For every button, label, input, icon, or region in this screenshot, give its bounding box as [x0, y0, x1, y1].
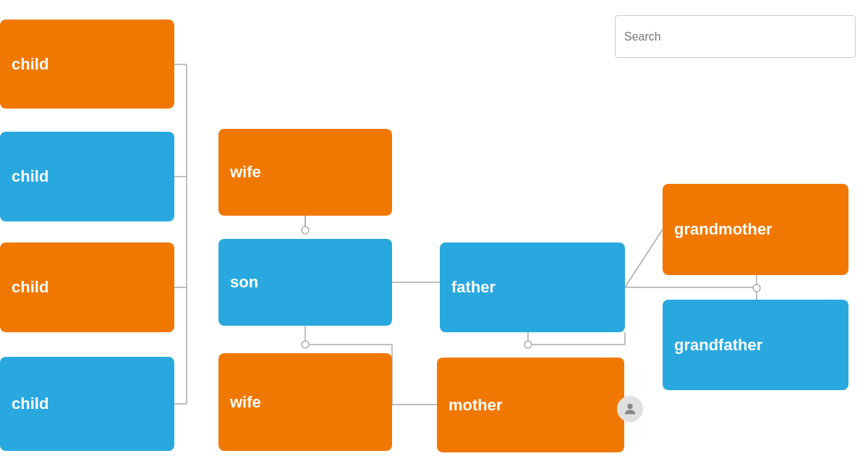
svg-point-20 — [302, 227, 309, 234]
node-mother[interactable]: mother — [437, 358, 624, 452]
node-child1[interactable]: child — [0, 20, 174, 109]
svg-point-24 — [627, 404, 632, 409]
node-father[interactable]: father — [440, 242, 625, 332]
search-input[interactable] — [615, 15, 856, 58]
svg-point-22 — [524, 341, 532, 348]
node-wife2[interactable]: wife — [218, 353, 392, 451]
node-wife1[interactable]: wife — [218, 129, 392, 216]
node-child4[interactable]: child — [0, 357, 174, 451]
svg-point-23 — [753, 284, 760, 292]
node-grandmother[interactable]: grandmother — [663, 184, 848, 275]
node-grandfather[interactable]: grandfather — [663, 300, 848, 390]
node-son[interactable]: son — [218, 239, 392, 326]
svg-line-11 — [625, 229, 663, 287]
search-container — [615, 15, 856, 58]
svg-point-21 — [302, 341, 309, 348]
node-child2[interactable]: child — [0, 132, 174, 221]
node-child3[interactable]: child — [0, 242, 174, 332]
person-icon — [617, 396, 643, 422]
